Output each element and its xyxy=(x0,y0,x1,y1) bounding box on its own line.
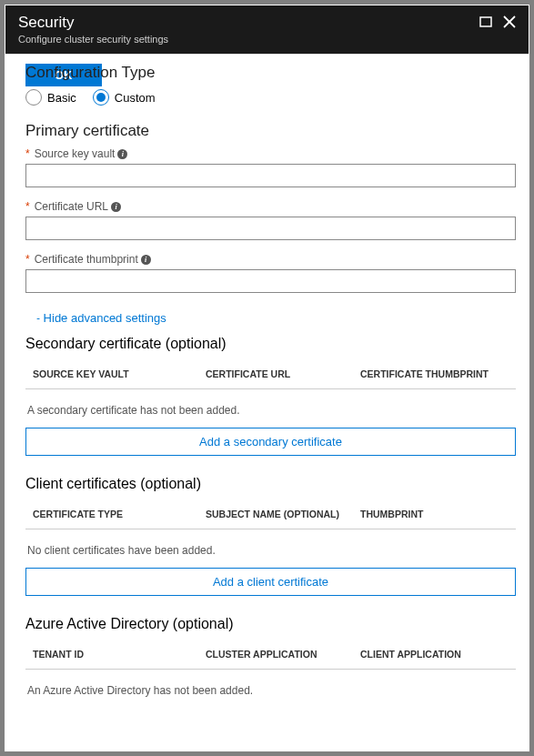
aad-heading: Azure Active Directory (optional) xyxy=(25,616,516,632)
aad-table-header: TENANT ID CLUSTER APPLICATION CLIENT APP… xyxy=(25,640,516,670)
secondary-cert-heading: Secondary certificate (optional) xyxy=(25,336,516,352)
config-type-radios: Basic Custom xyxy=(25,89,516,106)
col-certificate-thumbprint: CERTIFICATE THUMBPRINT xyxy=(360,368,509,379)
blade-title: Security xyxy=(18,14,168,32)
required-icon: * xyxy=(25,147,30,160)
col-thumbprint: THUMBPRINT xyxy=(360,509,509,519)
maximize-icon[interactable] xyxy=(479,15,492,31)
radio-custom[interactable]: Custom xyxy=(93,89,156,106)
certificate-url-label: * Certificate URL i xyxy=(25,200,516,213)
blade-header: Security Configure cluster security sett… xyxy=(5,5,529,54)
radio-basic[interactable]: Basic xyxy=(25,89,76,106)
info-icon[interactable]: i xyxy=(117,149,127,159)
secondary-cert-table-header: SOURCE KEY VAULT CERTIFICATE URL CERTIFI… xyxy=(25,359,516,389)
add-secondary-cert-button[interactable]: Add a secondary certificate xyxy=(25,428,516,456)
svg-rect-0 xyxy=(480,17,491,26)
info-icon[interactable]: i xyxy=(141,255,151,265)
source-key-vault-label: * Source key vault i xyxy=(25,147,516,160)
client-certs-empty: No client certificates have been added. xyxy=(25,529,516,568)
col-certificate-type: CERTIFICATE TYPE xyxy=(33,509,206,519)
col-cluster-app: CLUSTER APPLICATION xyxy=(206,649,360,660)
col-tenant-id: TENANT ID xyxy=(33,649,206,660)
certificate-url-input[interactable] xyxy=(25,217,516,240)
required-icon: * xyxy=(25,200,30,213)
config-type-heading: Configuration Type xyxy=(25,64,516,82)
radio-circle-icon xyxy=(25,89,42,106)
primary-cert-heading: Primary certificate xyxy=(25,122,516,140)
radio-circle-selected-icon xyxy=(93,89,109,106)
blade-subtitle: Configure cluster security settings xyxy=(18,34,168,45)
source-key-vault-input[interactable] xyxy=(25,164,516,187)
info-icon[interactable]: i xyxy=(111,202,121,212)
certificate-thumbprint-input[interactable] xyxy=(25,269,516,293)
col-client-app: CLIENT APPLICATION xyxy=(360,649,509,660)
col-source-key-vault: SOURCE KEY VAULT xyxy=(33,368,206,379)
aad-empty: An Azure Active Directory has not been a… xyxy=(25,670,516,701)
radio-custom-label: Custom xyxy=(115,91,156,105)
security-blade: Security Configure cluster security sett… xyxy=(5,5,529,751)
blade-body: Configuration Type Basic Custom Primary … xyxy=(5,51,529,701)
required-icon: * xyxy=(25,253,30,266)
add-client-cert-button[interactable]: Add a client certificate xyxy=(25,568,516,596)
secondary-cert-empty: A secondary certificate has not been add… xyxy=(25,389,516,428)
col-certificate-url: CERTIFICATE URL xyxy=(206,368,360,379)
client-certs-table-header: CERTIFICATE TYPE SUBJECT NAME (OPTIONAL)… xyxy=(25,499,516,529)
close-icon[interactable] xyxy=(503,15,516,31)
col-subject-name: SUBJECT NAME (OPTIONAL) xyxy=(206,509,360,519)
hide-advanced-link[interactable]: ˗ Hide advanced settings xyxy=(36,311,166,325)
certificate-thumbprint-label: * Certificate thumbprint i xyxy=(25,253,516,266)
radio-basic-label: Basic xyxy=(47,91,76,105)
client-certs-heading: Client certificates (optional) xyxy=(25,476,516,492)
